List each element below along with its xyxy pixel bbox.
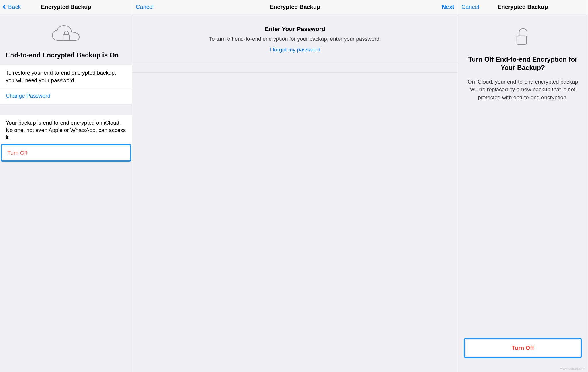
svg-rect-0 bbox=[63, 35, 69, 40]
turn-off-highlight: Turn Off bbox=[1, 144, 131, 162]
nav-bar: Cancel Encrypted Backup bbox=[458, 0, 588, 14]
screen-enter-password: Cancel Encrypted Backup Next Enter Your … bbox=[132, 0, 458, 372]
nav-title: Encrypted Backup bbox=[270, 4, 320, 10]
nav-bar: Cancel Encrypted Backup Next bbox=[132, 0, 458, 14]
restore-note: To restore your end-to-end encrypted bac… bbox=[0, 65, 132, 88]
prompt-heading: Enter Your Password bbox=[140, 26, 450, 32]
nav-title: Encrypted Backup bbox=[498, 4, 548, 10]
svg-rect-1 bbox=[517, 36, 527, 44]
back-button[interactable]: Back bbox=[3, 4, 26, 10]
turn-off-highlight: Turn Off bbox=[464, 338, 582, 358]
cancel-label: Cancel bbox=[461, 4, 479, 10]
status-heading: End-to-end Encrypted Backup is On bbox=[0, 51, 132, 65]
screen-backup-status: Back Encrypted Backup End-to-end Encrypt… bbox=[0, 0, 132, 372]
confirm-heading: Turn Off End-to-end Encryption for Your … bbox=[458, 55, 588, 78]
password-section: To restore your end-to-end encrypted bac… bbox=[0, 65, 132, 104]
turn-off-button[interactable]: Turn Off bbox=[2, 145, 130, 161]
screen-confirm-turn-off: Cancel Encrypted Backup Turn Off End-to-… bbox=[458, 0, 588, 372]
chevron-left-icon bbox=[3, 5, 8, 9]
encryption-note: Your backup is end-to-end encrypted on i… bbox=[0, 115, 132, 145]
back-label: Back bbox=[8, 4, 21, 10]
cancel-label: Cancel bbox=[136, 4, 154, 10]
cancel-button[interactable]: Cancel bbox=[136, 4, 159, 10]
input-section-placeholder bbox=[132, 62, 458, 73]
cancel-button[interactable]: Cancel bbox=[461, 4, 484, 10]
confirm-description: On iCloud, your end-to-end encrypted bac… bbox=[458, 78, 588, 102]
nav-title: Encrypted Backup bbox=[41, 4, 91, 10]
password-prompt: Enter Your Password To turn off end-to-e… bbox=[132, 14, 458, 62]
change-password-link[interactable]: Change Password bbox=[0, 88, 132, 104]
next-label: Next bbox=[442, 4, 454, 10]
watermark-text: www.deuaq.com bbox=[560, 367, 585, 370]
encryption-section: Your backup is end-to-end encrypted on i… bbox=[0, 115, 132, 162]
cloud-lock-icon bbox=[0, 14, 132, 51]
next-button[interactable]: Next bbox=[431, 4, 454, 10]
unlock-icon bbox=[458, 14, 588, 55]
forgot-password-link[interactable]: I forgot my password bbox=[270, 46, 320, 53]
bottom-action: Turn Off bbox=[464, 338, 582, 358]
confirm-turn-off-button[interactable]: Turn Off bbox=[466, 340, 580, 356]
nav-bar: Back Encrypted Backup bbox=[0, 0, 132, 14]
prompt-description: To turn off end-to-end encryption for yo… bbox=[140, 35, 450, 43]
